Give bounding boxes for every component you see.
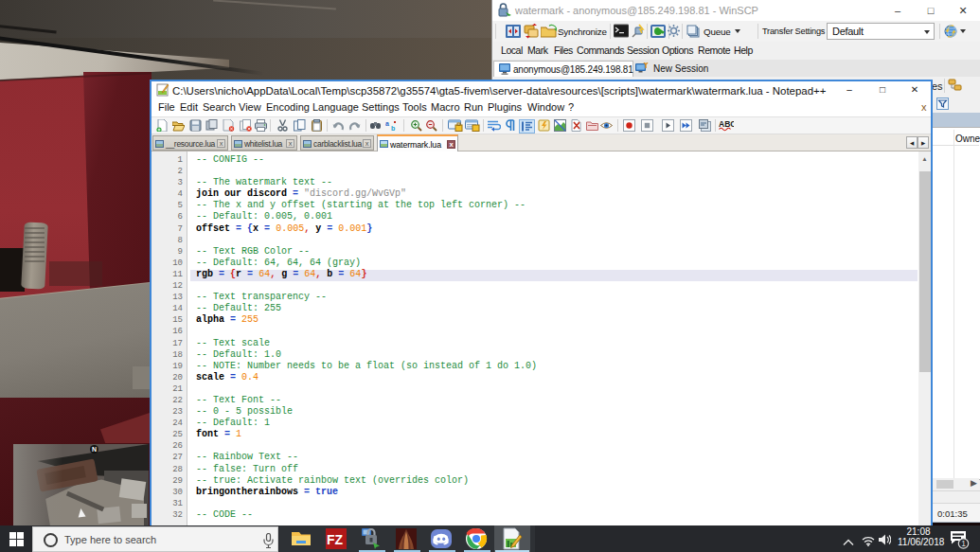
svg-text:FZ: FZ [327,532,344,547]
svg-text:1: 1 [961,539,966,548]
svg-text:ABC: ABC [719,119,734,129]
svg-text:a: a [385,120,389,127]
svg-text:b: b [391,125,395,132]
